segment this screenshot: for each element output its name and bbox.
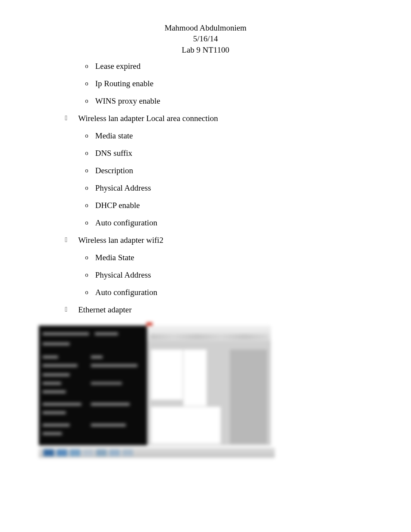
author-name: Mahmood Abdulmoniem bbox=[39, 22, 372, 33]
application-window bbox=[147, 326, 271, 445]
sub-bullet-marker: o bbox=[85, 183, 95, 191]
sub-bullet-marker: o bbox=[85, 131, 95, 139]
top-sublist: o Lease expired o Ip Routing enable o WI… bbox=[85, 61, 372, 106]
list-item-text: Lease expired bbox=[95, 61, 372, 71]
list-item: o Media state bbox=[85, 131, 372, 141]
app-panel bbox=[151, 407, 221, 444]
list-item-text: DNS suffix bbox=[95, 148, 372, 158]
terminal-window bbox=[39, 326, 147, 445]
list-item: o Description bbox=[85, 166, 372, 176]
document-page: Mahmood Abdulmoniem 5/16/14 Lab 9 NT1100… bbox=[0, 0, 411, 458]
bullet-marker:  bbox=[65, 305, 78, 314]
sub-bullet-marker: o bbox=[85, 148, 95, 157]
document-date: 5/16/14 bbox=[39, 33, 372, 44]
section-header:  Wireless lan adapter wifi2 bbox=[65, 235, 372, 245]
list-item: o DNS suffix bbox=[85, 148, 372, 158]
document-header: Mahmood Abdulmoniem 5/16/14 Lab 9 NT1100 bbox=[39, 22, 372, 55]
list-item-text: Description bbox=[95, 166, 372, 176]
list-item-text: Media State bbox=[95, 253, 372, 263]
section-1-sublist: o Media state o DNS suffix o Description… bbox=[85, 131, 372, 228]
app-panel bbox=[151, 350, 183, 400]
list-item: o DHCP enable bbox=[85, 201, 372, 210]
section-2-sublist: o Media State o Physical Address o Auto … bbox=[85, 253, 372, 297]
section-title: Wireless lan adapter Local area connecti… bbox=[78, 114, 372, 123]
app-panel bbox=[183, 350, 207, 406]
list-item: o Auto configuration bbox=[85, 218, 372, 228]
sub-bullet-marker: o bbox=[85, 96, 95, 104]
section-2:  Wireless lan adapter wifi2 bbox=[65, 235, 372, 245]
taskbar bbox=[39, 448, 275, 458]
embedded-screenshot bbox=[39, 322, 275, 458]
section-title: Ethernet adapter bbox=[78, 305, 372, 315]
sub-bullet-marker: o bbox=[85, 79, 95, 87]
sub-bullet-marker: o bbox=[85, 270, 95, 278]
bullet-marker:  bbox=[65, 114, 78, 122]
list-item: o Physical Address bbox=[85, 183, 372, 193]
list-item-text: Physical Address bbox=[95, 270, 372, 280]
list-item-text: DHCP enable bbox=[95, 201, 372, 210]
list-item: o WINS proxy enable bbox=[85, 96, 372, 106]
list-item: o Media State bbox=[85, 253, 372, 263]
lab-title: Lab 9 NT1100 bbox=[39, 44, 372, 55]
app-toolbar bbox=[147, 326, 271, 341]
list-item: o Physical Address bbox=[85, 270, 372, 280]
sub-bullet-marker: o bbox=[85, 201, 95, 209]
section-title: Wireless lan adapter wifi2 bbox=[78, 235, 372, 245]
section-3:  Ethernet adapter bbox=[65, 305, 372, 315]
section-1:  Wireless lan adapter Local area connec… bbox=[65, 114, 372, 123]
section-header:  Ethernet adapter bbox=[65, 305, 372, 315]
list-item-text: Media state bbox=[95, 131, 372, 141]
bullet-marker:  bbox=[65, 235, 78, 244]
sub-bullet-marker: o bbox=[85, 218, 95, 226]
list-item-text: WINS proxy enable bbox=[95, 96, 372, 106]
section-header:  Wireless lan adapter Local area connec… bbox=[65, 114, 372, 123]
list-item: o Lease expired bbox=[85, 61, 372, 71]
list-item: o Auto configuration bbox=[85, 288, 372, 297]
list-item: o Ip Routing enable bbox=[85, 79, 372, 89]
sub-bullet-marker: o bbox=[85, 166, 95, 174]
list-item-text: Auto configuration bbox=[95, 288, 372, 297]
app-panel bbox=[230, 350, 267, 444]
sub-bullet-marker: o bbox=[85, 288, 95, 296]
sub-bullet-marker: o bbox=[85, 61, 95, 70]
list-item-text: Ip Routing enable bbox=[95, 79, 372, 89]
sub-bullet-marker: o bbox=[85, 253, 95, 261]
list-item-text: Physical Address bbox=[95, 183, 372, 193]
list-item-text: Auto configuration bbox=[95, 218, 372, 228]
